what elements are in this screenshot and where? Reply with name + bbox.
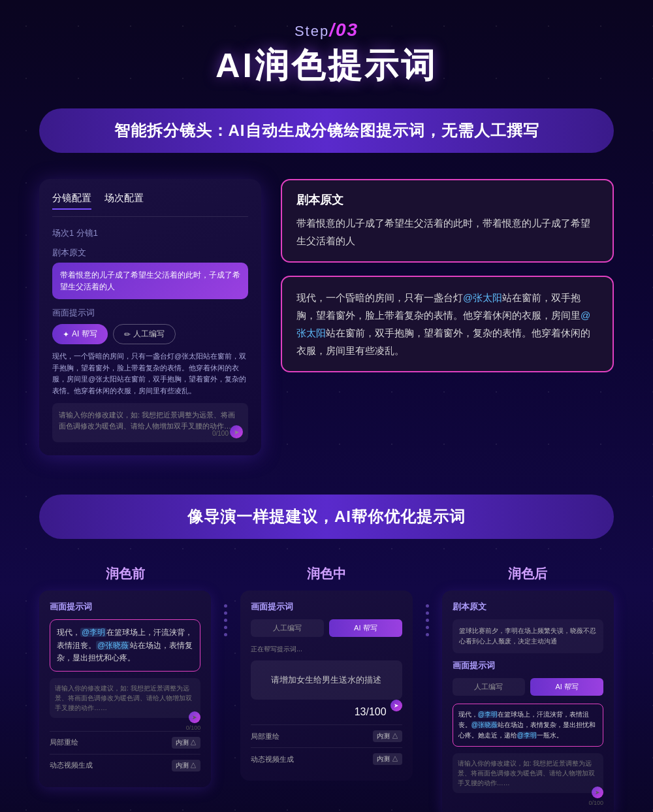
scene-label: 场次1 分镜1 bbox=[52, 227, 248, 239]
config-panel: 分镜配置 场次配置 场次1 分镜1 剧本原文 带着恨意的儿子成了希望生父活着的此… bbox=[39, 179, 261, 455]
separator-2 bbox=[426, 565, 429, 636]
step-num: /03 bbox=[329, 20, 358, 40]
script-section-label: 剧本原文 bbox=[52, 247, 248, 259]
script-preview: 带着恨意的儿子成了希望生父活着的此时，子成了希望生父活着的人 bbox=[52, 263, 248, 299]
before-footer2-badge: 内测 △ bbox=[172, 760, 201, 771]
during-footer1: 局部重绘 内测 △ bbox=[251, 724, 402, 747]
send-button[interactable]: ➤ bbox=[230, 425, 243, 438]
mention-zhangtaiyang-1: @张太阳 bbox=[463, 292, 502, 303]
tab-scene-config[interactable]: 场次配置 bbox=[104, 192, 144, 210]
after-script-text: 篮球比赛前夕，李明在场上频繁失误，晓薇不忍心看到心上人颓废，决定主动沟通 bbox=[453, 619, 603, 653]
after-input-placeholder: 请输入你的修改建议，如: 我想把近景调整为远景、将画面色调修改为暖色调、请给人物… bbox=[458, 760, 595, 787]
dot1 bbox=[224, 604, 227, 608]
ai-icon: ✦ bbox=[63, 330, 69, 339]
banner2: 像导演一样提建议，AI帮你优化提示词 bbox=[39, 495, 614, 539]
prompt-popup-box: 现代，一个昏暗的房间，只有一盏台灯@张太阳站在窗前，双手抱胸，望着窗外，脸上带着… bbox=[281, 276, 614, 372]
after-counter: 0/100 ➤ bbox=[453, 800, 603, 806]
during-send-btn[interactable]: ➤ bbox=[390, 700, 402, 711]
right-popups: 剧本原文 带着恨意的儿子成了希望生父活着的此时，带着恨意的儿子成了希望生父活着的… bbox=[281, 179, 614, 372]
col-after: 润色后 剧本原文 篮球比赛前夕，李明在场上频繁失误，晓薇不忍心看到心上人颓废，决… bbox=[442, 565, 614, 812]
during-counter: 13/100 bbox=[355, 706, 387, 718]
dot6 bbox=[426, 604, 429, 608]
after-final: 一瓶水。 bbox=[537, 732, 563, 739]
dot8 bbox=[426, 619, 429, 622]
before-pre: 现代， bbox=[57, 628, 80, 637]
dot9 bbox=[426, 626, 429, 629]
during-tab-ai[interactable]: AI 帮写 bbox=[329, 619, 402, 637]
after-highlight: 现代，@李明在篮球场上，汗流浃背，表情沮丧。@张晓薇站在场边，表情复杂，显出担忧… bbox=[453, 704, 603, 747]
script-popup-title: 剧本原文 bbox=[296, 192, 598, 208]
banner1-text: 智能拆分镜头：AI自动生成分镜绘图提示词，无需人工撰写 bbox=[114, 122, 539, 139]
after-script-label: 剧本原文 bbox=[453, 601, 603, 613]
dot3 bbox=[224, 619, 227, 622]
during-footer2: 动态视频生成 内测 △ bbox=[251, 747, 402, 770]
during-title: 润色中 bbox=[307, 565, 346, 583]
ai-btn-label: AI 帮写 bbox=[72, 329, 97, 340]
during-footer1-label: 局部重绘 bbox=[251, 732, 279, 741]
prompt-display-text: 现代，一个昏暗的房间，只有一盏台灯@张太阳站在窗前，双手抱胸，望着窗外，脸上带着… bbox=[52, 351, 248, 397]
ai-help-btn[interactable]: ✦ AI 帮写 bbox=[52, 324, 108, 344]
before-input[interactable]: 请输入你的修改建议，如: 我想把近景调整为远景、将画面色调修改为暖色调、请给人物… bbox=[50, 678, 200, 718]
ai-buttons: ✦ AI 帮写 ✏ 人工编写 bbox=[52, 324, 248, 344]
dot2 bbox=[224, 611, 227, 615]
manual-edit-btn[interactable]: ✏ 人工编写 bbox=[113, 324, 176, 344]
manual-btn-label: 人工编写 bbox=[133, 329, 165, 340]
script-popup-content: 带着恨意的儿子成了希望生父活着的此时，带着恨意的儿子成了希望生父活着的人 bbox=[296, 214, 598, 250]
before-counter: 0/100 ➤ bbox=[50, 724, 200, 731]
tab-bar: 分镜配置 场次配置 bbox=[52, 192, 248, 217]
edit-icon: ✏ bbox=[124, 330, 131, 339]
before-footer1-badge: 内测 △ bbox=[172, 737, 201, 749]
after-tab-manual[interactable]: 人工编写 bbox=[453, 678, 526, 696]
banner2-text: 像导演一样提建议，AI帮你优化提示词 bbox=[187, 508, 466, 525]
input-placeholder-text: 请输入你的修改建议，如: 我想把近景调整为远景、将画面色调修改为暖色调、请给人物… bbox=[59, 411, 238, 430]
during-input-text: 请增加女生给男生送水的描述 bbox=[271, 674, 381, 686]
during-card-label: 画面提示词 bbox=[251, 601, 402, 613]
after-mention-zhangxiaoliu: @张晓薇 bbox=[471, 721, 498, 728]
after-title: 润色后 bbox=[508, 565, 547, 583]
separator-1 bbox=[224, 565, 227, 636]
main-title: AI润色提示词 bbox=[39, 43, 614, 89]
during-writing-label: 正在帮写提示词... bbox=[251, 645, 402, 654]
before-footer2-label: 动态视频生成 bbox=[50, 760, 93, 770]
during-footer2-badge: 内测 △ bbox=[373, 753, 402, 765]
col-during: 润色中 画面提示词 人工编写 AI 帮写 正在帮写提示词... 请增加女生给男生… bbox=[240, 565, 412, 781]
after-card-label: 画面提示词 bbox=[453, 660, 603, 672]
during-tabs: 人工编写 AI 帮写 bbox=[251, 619, 402, 637]
after-input[interactable]: 请输入你的修改建议，如: 我想把近景调整为远景、将画面色调修改为暖色调、请给人物… bbox=[453, 753, 603, 793]
page-wrapper: Step/03 AI润色提示词 智能拆分镜头：AI自动生成分镜绘图提示词，无需人… bbox=[0, 0, 653, 812]
comparison-section: 润色前 画面提示词 现代，@李明在篮球场上，汗流浃背，表情沮丧。@张晓薇站在场边… bbox=[39, 565, 614, 812]
dot5 bbox=[224, 633, 227, 636]
after-card: 剧本原文 篮球比赛前夕，李明在场上频繁失误，晓薇不忍心看到心上人颓废，决定主动沟… bbox=[442, 591, 614, 812]
section1: 分镜配置 场次配置 场次1 分镜1 剧本原文 带着恨意的儿子成了希望生父活着的此… bbox=[39, 179, 614, 455]
dot4 bbox=[224, 626, 227, 629]
during-card: 画面提示词 人工编写 AI 帮写 正在帮写提示词... 请增加女生给男生送水的描… bbox=[240, 591, 412, 781]
after-tabs: 人工编写 AI 帮写 bbox=[453, 678, 603, 696]
before-card: 画面提示词 现代，@李明在篮球场上，汗流浃背，表情沮丧。@张晓薇站在场边，表情复… bbox=[39, 591, 211, 787]
prompt-mid2: 站在窗前，双手抱胸，望着窗外，复杂的表情。他穿着休闲的衣服，房间里有些凌乱。 bbox=[296, 327, 590, 356]
script-preview-text: 带着恨意的儿子成了希望生父活着的此时，子成了希望生父活着的人 bbox=[60, 270, 240, 291]
banner1: 智能拆分镜头：AI自动生成分镜绘图提示词，无需人工撰写 bbox=[39, 108, 614, 153]
during-tab-manual[interactable]: 人工编写 bbox=[251, 619, 324, 637]
before-input-placeholder: 请输入你的修改建议，如: 我想把近景调整为远景、将画面色调修改为暖色调、请给人物… bbox=[55, 685, 192, 711]
after-mention-liming2: @李明 bbox=[517, 732, 537, 739]
before-card-label: 画面提示词 bbox=[50, 601, 200, 613]
before-mention-liming: @李明 bbox=[80, 628, 106, 637]
during-input-main[interactable]: 请增加女生给男生送水的描述 bbox=[251, 660, 402, 700]
during-footer1-badge: 内测 △ bbox=[373, 730, 402, 742]
before-footer1: 局部重绘 内测 △ bbox=[50, 731, 200, 754]
during-counter-row: 13/100 ➤ bbox=[251, 706, 402, 718]
suggestion-input[interactable]: 请输入你的修改建议，如: 我想把近景调整为远景、将画面色调修改为暖色调、请给人物… bbox=[52, 403, 248, 442]
before-highlight: 现代，@李明在篮球场上，汗流浃背，表情沮丧。@张晓薇站在场边，表情复杂，显出担忧… bbox=[50, 619, 200, 672]
tab-split-config[interactable]: 分镜配置 bbox=[52, 192, 91, 210]
step-label: Step/03 bbox=[39, 20, 614, 41]
before-title: 润色前 bbox=[106, 565, 145, 583]
during-footer2-label: 动态视频生成 bbox=[251, 755, 294, 764]
after-tab-ai[interactable]: AI 帮写 bbox=[530, 678, 603, 696]
input-counter: 0/100 bbox=[212, 429, 229, 438]
prompt-popup-content: 现代，一个昏暗的房间，只有一盏台灯@张太阳站在窗前，双手抱胸，望着窗外，脸上带着… bbox=[296, 289, 598, 359]
before-footer1-label: 局部重绘 bbox=[50, 738, 78, 747]
before-footer2: 动态视频生成 内测 △ bbox=[50, 754, 200, 777]
step-word: Step bbox=[295, 23, 329, 39]
after-pre: 现代， bbox=[458, 711, 478, 718]
prompt-pre: 现代，一个昏暗的房间，只有一盏台灯 bbox=[296, 292, 463, 303]
